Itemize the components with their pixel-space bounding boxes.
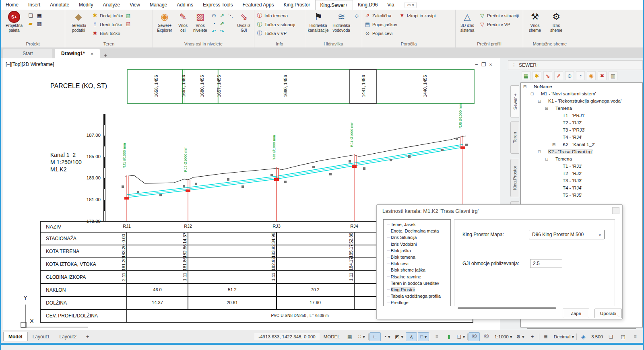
layout-tab[interactable]: Layout1 [28, 332, 55, 341]
undo-icon[interactable]: ↶ [210, 28, 217, 35]
tree-item[interactable]: T4 - 'RJ4' [521, 184, 642, 191]
dodaj-tocko-button[interactable]: ✱ Dodaj točko [91, 12, 123, 19]
divider[interactable] [576, 334, 577, 340]
tree-item[interactable]: T1 - 'RJ1' [521, 163, 642, 170]
tree-item[interactable]: T5 - 'RJ5' [521, 191, 642, 199]
menu-tab[interactable]: Home [1, 0, 23, 10]
precni-v-situaciji-button[interactable]: ▽ Prečni v situaciji [479, 12, 519, 19]
point-up-icon[interactable]: ↗ [218, 12, 225, 19]
dialog-category-item[interactable]: Teme, Jasek [384, 221, 450, 228]
tree-item[interactable]: ⊟ K1 - 'Rekonstrukcija glavnega voda' [521, 97, 642, 105]
annotation-visibility-icon[interactable]: ⓐ [469, 332, 480, 341]
import-axis-icon[interactable]: ⇘ [543, 71, 552, 80]
menu-tab[interactable]: Analyze [98, 0, 125, 10]
tree-item[interactable]: ⊟ NoName [521, 83, 642, 90]
izkopi-in-zasipi-button[interactable]: ▼ Izkopi in zasipi [398, 12, 436, 19]
sewer-explorer-button[interactable]: ◉ Sewer+ Explorer [155, 10, 175, 33]
zoom-profile-icon[interactable]: ◔ [576, 71, 585, 80]
3d-cube-icon[interactable]: ◈ [578, 332, 589, 341]
ortho-icon[interactable]: ∟ [369, 332, 381, 341]
tree-item[interactable]: ⊟ Temena [521, 105, 642, 112]
tocka-v-vp-button[interactable]: ⓘ Točka v VP [256, 29, 295, 37]
tree-expand-icon[interactable]: ⊟ [537, 99, 542, 103]
dialog-category-item[interactable]: Izris Situacija [384, 234, 450, 241]
terenski-podatki-button[interactable]: ◆ Terenski podatki [67, 10, 90, 33]
menu-tab[interactable]: Annotate [45, 0, 74, 10]
layout-tab[interactable]: Model [3, 332, 28, 341]
menu-tab[interactable]: Manage [145, 0, 172, 10]
isolate-objects-icon[interactable]: ❏ [605, 332, 617, 341]
menu-tab[interactable]: Express Tools [198, 0, 237, 10]
panel-tab-sewer[interactable]: Sewer + [510, 85, 519, 117]
vnos-osi-button[interactable]: ✎ Vnos osi [176, 10, 190, 33]
dialog-category-item[interactable]: Predloge [384, 299, 450, 306]
save-icon[interactable]: ▦ [36, 12, 43, 19]
dialog-category-item[interactable]: Tabela vzdolžnega profila [384, 293, 450, 299]
menu-tab[interactable]: King.D96 [353, 0, 382, 10]
close-icon[interactable]: × [489, 62, 492, 68]
menu-tab[interactable]: Featured Apps [237, 0, 279, 10]
zakolicba-button[interactable]: ⇗ Zakoličba [364, 12, 397, 19]
profile-up-icon[interactable]: ⇗ [218, 20, 225, 27]
tree-item[interactable]: T3 - 'PRJ3' [521, 126, 642, 134]
save-as-icon[interactable]: ▨ [36, 20, 43, 27]
minimize-icon[interactable]: − [475, 62, 478, 68]
selection-cycling-icon[interactable]: ❏ ▾ [455, 332, 466, 341]
grid-icon[interactable]: ▦ [344, 332, 355, 341]
elevation-label[interactable]: 3.500 [590, 332, 605, 341]
tab-start[interactable]: Start [3, 49, 52, 58]
tree-item[interactable]: ⊟ M1 - 'Novi sanitarni sistem' [521, 90, 642, 97]
dialog-category-item[interactable]: Blok sheme jaška [384, 267, 450, 273]
workspace-gear-icon[interactable]: ⚙ ▾ [515, 332, 526, 341]
divider[interactable] [539, 334, 539, 340]
polar-tracking-icon[interactable]: ◔ ▾ [382, 332, 393, 341]
hamburger-menu-icon[interactable]: ≡ [630, 332, 641, 341]
restore-icon[interactable]: ❐ [481, 62, 486, 68]
viewport-controls[interactable]: [−][Top][2D Wireframe] [6, 62, 54, 67]
divider[interactable] [430, 334, 430, 340]
menu-tab[interactable]: King.Prostor [279, 0, 315, 10]
izris-3d-sistema-button[interactable]: △ 3D izris sistema [457, 10, 477, 33]
menu-tab[interactable]: Modify [74, 0, 98, 10]
tree-item[interactable]: T2 - 'RJ2' [521, 119, 642, 126]
osnap-icon[interactable]: □ ▾ [418, 332, 429, 341]
calc-icon[interactable]: ▥ [609, 71, 617, 80]
explorer-icon[interactable]: ◉ [587, 71, 596, 80]
redo-icon[interactable]: ↷ [218, 28, 225, 35]
osnap-tracking-icon[interactable]: ∡ [406, 332, 417, 341]
dialog-category-item[interactable]: Teren in bodoča ureditev [384, 280, 450, 286]
open-icon[interactable]: ▰ [27, 20, 34, 27]
dialog-horizontal-scrollbar[interactable] [458, 307, 556, 309]
new-drawing-icon[interactable]: ❏ [27, 12, 34, 19]
panel-header[interactable]: ⋮ SEWER+ [508, 60, 643, 70]
panel-tab-king-prostor[interactable]: King.Prostor [510, 159, 519, 197]
path-points-icon[interactable]: ⋱ [227, 12, 234, 19]
tab-close-icon[interactable]: × [91, 51, 94, 57]
menu-tab[interactable]: View [125, 0, 145, 10]
tree-item[interactable]: T3 - 'RJ3' [521, 177, 642, 184]
precni-v-vp-button[interactable]: ▽ Prečni v VP [479, 21, 519, 28]
water-drop-icon[interactable]: ◇ [353, 12, 360, 19]
tree-expand-icon[interactable]: ⊟ [522, 84, 527, 89]
import-profile-icon[interactable]: ⇗ [554, 71, 563, 80]
uredi-tocko-button[interactable]: ↥ Uredi točko [91, 21, 123, 28]
dialog-category-item[interactable]: Izris Vzdolzni [384, 241, 450, 247]
zoom-profile-icon[interactable]: ◔ [210, 20, 217, 27]
tree-item[interactable]: ⊟ Temena [521, 155, 642, 163]
new-tab-button[interactable]: + [104, 52, 107, 58]
dialog-close-button[interactable] [612, 207, 619, 214]
divider[interactable] [368, 334, 369, 340]
panel-horizontal-scrollbar[interactable] [527, 328, 636, 329]
dialog-resize-grip[interactable]: ⋱ [617, 314, 621, 319]
tab-drawing1[interactable]: Drawing1* × [55, 49, 100, 58]
snap-icon[interactable]: ∷ ▾ [356, 332, 367, 341]
popis-cevi-button[interactable]: ⊘ Popis cevi [364, 29, 397, 37]
dialog-category-item[interactable]: King.Prostor [384, 286, 450, 293]
dialog-category-item[interactable]: Blok temena [384, 254, 450, 260]
layout-tab[interactable]: + [81, 332, 94, 341]
lineweight-icon[interactable]: ≣ [540, 332, 551, 341]
delete-dwg-icon[interactable]: ✖ [598, 71, 607, 80]
tree-item[interactable]: ⊞ K2 - 'Kanal 1_2' [521, 141, 642, 148]
vnos-nivelete-button[interactable]: ▨ Vnos nivelete [191, 10, 209, 33]
transparency-icon[interactable]: ▮ [443, 332, 454, 341]
